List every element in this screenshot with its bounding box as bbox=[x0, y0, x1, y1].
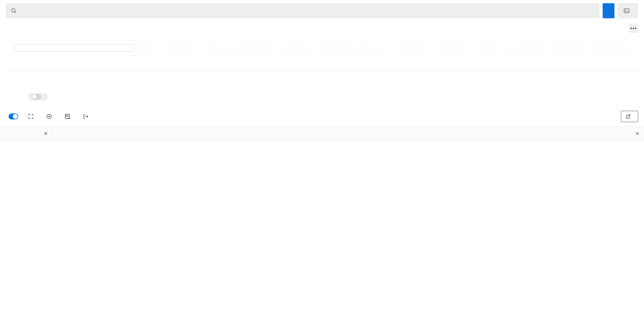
svg-line-18 bbox=[628, 115, 630, 117]
search-icon bbox=[11, 8, 17, 14]
export-icon bbox=[83, 113, 89, 119]
close-icon[interactable]: ✕ bbox=[44, 130, 48, 137]
log-table-header: ✕ ✕ bbox=[0, 126, 644, 141]
svg-point-12 bbox=[66, 115, 68, 117]
expand-icon bbox=[28, 113, 34, 119]
ellipsis-icon: ••• bbox=[630, 26, 637, 31]
logs-chart[interactable] bbox=[0, 34, 644, 82]
close-icon[interactable]: ✕ bbox=[635, 130, 640, 137]
log-search-box[interactable] bbox=[6, 3, 599, 18]
column-timestamp[interactable]: ✕ bbox=[0, 127, 53, 141]
errors-dot-icon bbox=[8, 95, 10, 98]
svg-line-1 bbox=[15, 12, 16, 13]
query-logs-button[interactable] bbox=[603, 3, 614, 18]
export-button[interactable] bbox=[83, 113, 91, 119]
open-in-logs-button[interactable] bbox=[621, 111, 638, 122]
related-changes-toggle[interactable] bbox=[32, 94, 41, 99]
expand-logs-toggle[interactable] bbox=[6, 113, 18, 119]
expand-table-button[interactable] bbox=[28, 113, 37, 119]
terminal-icon bbox=[624, 8, 629, 14]
x-axis-labels bbox=[0, 82, 644, 88]
nrql-button[interactable] bbox=[618, 3, 638, 18]
more-menu-button[interactable]: ••• bbox=[629, 24, 638, 33]
all-logs-dot-icon bbox=[18, 95, 20, 98]
svg-rect-2 bbox=[624, 9, 629, 13]
chart-legend bbox=[0, 88, 644, 103]
column-message[interactable]: ✕ bbox=[53, 127, 644, 141]
chart-tooltip bbox=[14, 44, 134, 52]
external-link-icon bbox=[625, 114, 631, 119]
add-to-dashboard-button[interactable] bbox=[64, 113, 73, 119]
plus-circle-icon bbox=[46, 113, 52, 119]
dashboard-icon bbox=[64, 113, 70, 119]
add-column-button[interactable] bbox=[46, 113, 55, 119]
top-bar bbox=[0, 0, 644, 22]
search-input[interactable] bbox=[20, 8, 595, 13]
actions-row bbox=[0, 103, 644, 126]
legend-errors[interactable] bbox=[8, 95, 12, 98]
svg-point-0 bbox=[12, 9, 15, 12]
title-row: ••• bbox=[0, 22, 644, 34]
related-changes-pill[interactable] bbox=[28, 93, 48, 101]
toggle-on-icon[interactable] bbox=[9, 113, 18, 119]
chart-svg bbox=[6, 37, 638, 82]
legend-all-logs[interactable] bbox=[18, 95, 23, 98]
